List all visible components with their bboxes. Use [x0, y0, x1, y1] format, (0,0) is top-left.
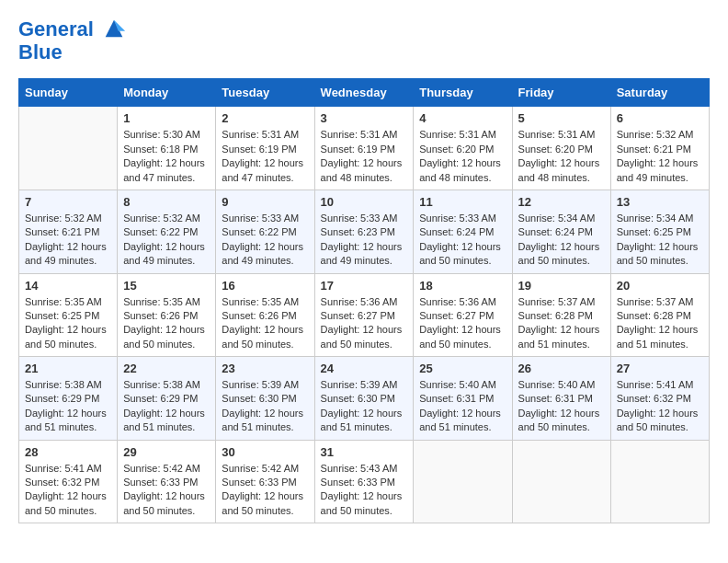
day-number: 28	[25, 445, 111, 459]
day-cell: 29Sunrise: 5:42 AM Sunset: 6:33 PM Dayli…	[118, 440, 216, 523]
day-info: Sunrise: 5:35 AM Sunset: 6:25 PM Dayligh…	[25, 295, 111, 352]
day-cell: 10Sunrise: 5:33 AM Sunset: 6:23 PM Dayli…	[314, 190, 414, 273]
day-cell	[512, 440, 610, 523]
header-cell-saturday: Saturday	[610, 79, 709, 107]
day-info: Sunrise: 5:30 AM Sunset: 6:18 PM Dayligh…	[123, 128, 210, 185]
day-number: 12	[518, 195, 605, 209]
day-number: 23	[222, 362, 308, 375]
day-number: 14	[25, 279, 111, 293]
calendar-body: 1Sunrise: 5:30 AM Sunset: 6:18 PM Daylig…	[19, 107, 710, 523]
day-number: 21	[25, 362, 111, 375]
day-info: Sunrise: 5:34 AM Sunset: 6:25 PM Dayligh…	[617, 212, 703, 269]
day-cell: 11Sunrise: 5:33 AM Sunset: 6:24 PM Dayli…	[414, 190, 512, 273]
day-cell: 1Sunrise: 5:30 AM Sunset: 6:18 PM Daylig…	[118, 107, 216, 190]
day-number: 7	[25, 195, 111, 209]
day-cell: 19Sunrise: 5:37 AM Sunset: 6:28 PM Dayli…	[512, 273, 610, 357]
day-info: Sunrise: 5:35 AM Sunset: 6:26 PM Dayligh…	[222, 295, 308, 352]
week-row-2: 7Sunrise: 5:32 AM Sunset: 6:21 PM Daylig…	[19, 190, 710, 273]
logo: General Blue	[18, 18, 127, 63]
logo-icon	[101, 16, 127, 41]
header-row: SundayMondayTuesdayWednesdayThursdayFrid…	[19, 79, 710, 107]
week-row-1: 1Sunrise: 5:30 AM Sunset: 6:18 PM Daylig…	[19, 107, 710, 190]
day-cell: 22Sunrise: 5:38 AM Sunset: 6:29 PM Dayli…	[118, 357, 216, 441]
day-info: Sunrise: 5:33 AM Sunset: 6:23 PM Dayligh…	[321, 212, 408, 269]
week-row-3: 14Sunrise: 5:35 AM Sunset: 6:25 PM Dayli…	[19, 273, 710, 357]
day-cell: 15Sunrise: 5:35 AM Sunset: 6:26 PM Dayli…	[118, 273, 216, 357]
day-cell: 2Sunrise: 5:31 AM Sunset: 6:19 PM Daylig…	[216, 107, 314, 190]
day-number: 9	[222, 195, 308, 209]
day-number: 11	[419, 195, 506, 209]
day-info: Sunrise: 5:32 AM Sunset: 6:22 PM Dayligh…	[123, 212, 210, 269]
header-cell-monday: Monday	[118, 79, 216, 107]
day-cell: 20Sunrise: 5:37 AM Sunset: 6:28 PM Dayli…	[610, 273, 709, 357]
day-number: 10	[321, 195, 408, 209]
day-cell: 3Sunrise: 5:31 AM Sunset: 6:19 PM Daylig…	[314, 107, 414, 190]
day-number: 29	[123, 445, 210, 459]
day-number: 13	[617, 195, 703, 209]
day-info: Sunrise: 5:38 AM Sunset: 6:29 PM Dayligh…	[25, 378, 111, 435]
day-number: 8	[123, 195, 210, 209]
day-info: Sunrise: 5:43 AM Sunset: 6:33 PM Dayligh…	[321, 462, 408, 519]
day-cell: 30Sunrise: 5:42 AM Sunset: 6:33 PM Dayli…	[216, 440, 314, 523]
day-info: Sunrise: 5:32 AM Sunset: 6:21 PM Dayligh…	[617, 128, 703, 185]
header-cell-wednesday: Wednesday	[314, 79, 414, 107]
calendar-table: SundayMondayTuesdayWednesdayThursdayFrid…	[18, 78, 710, 523]
logo-blue-text: Blue	[18, 41, 127, 63]
day-cell: 6Sunrise: 5:32 AM Sunset: 6:21 PM Daylig…	[610, 107, 709, 190]
day-number: 1	[123, 111, 210, 125]
day-cell: 18Sunrise: 5:36 AM Sunset: 6:27 PM Dayli…	[414, 273, 512, 357]
day-cell: 12Sunrise: 5:34 AM Sunset: 6:24 PM Dayli…	[512, 190, 610, 273]
day-cell: 21Sunrise: 5:38 AM Sunset: 6:29 PM Dayli…	[19, 357, 118, 441]
day-info: Sunrise: 5:40 AM Sunset: 6:31 PM Dayligh…	[518, 378, 605, 435]
day-cell	[19, 107, 118, 190]
page-header: General Blue	[18, 18, 710, 63]
day-info: Sunrise: 5:36 AM Sunset: 6:27 PM Dayligh…	[419, 295, 506, 352]
day-info: Sunrise: 5:40 AM Sunset: 6:31 PM Dayligh…	[419, 378, 506, 435]
day-info: Sunrise: 5:41 AM Sunset: 6:32 PM Dayligh…	[25, 462, 111, 519]
header-cell-friday: Friday	[512, 79, 610, 107]
day-info: Sunrise: 5:31 AM Sunset: 6:20 PM Dayligh…	[419, 128, 506, 185]
day-info: Sunrise: 5:33 AM Sunset: 6:24 PM Dayligh…	[419, 212, 506, 269]
day-number: 27	[617, 362, 703, 375]
week-row-4: 21Sunrise: 5:38 AM Sunset: 6:29 PM Dayli…	[19, 357, 710, 441]
day-info: Sunrise: 5:39 AM Sunset: 6:30 PM Dayligh…	[222, 378, 308, 435]
day-info: Sunrise: 5:37 AM Sunset: 6:28 PM Dayligh…	[518, 295, 605, 352]
day-number: 25	[419, 362, 506, 375]
day-cell: 14Sunrise: 5:35 AM Sunset: 6:25 PM Dayli…	[19, 273, 118, 357]
day-number: 15	[123, 279, 210, 293]
day-number: 6	[617, 111, 703, 125]
day-cell: 27Sunrise: 5:41 AM Sunset: 6:32 PM Dayli…	[610, 357, 709, 441]
logo-text: General	[18, 18, 127, 41]
day-cell: 9Sunrise: 5:33 AM Sunset: 6:22 PM Daylig…	[216, 190, 314, 273]
day-number: 19	[518, 279, 605, 293]
day-info: Sunrise: 5:31 AM Sunset: 6:20 PM Dayligh…	[518, 128, 605, 185]
day-number: 24	[321, 362, 408, 375]
day-cell: 25Sunrise: 5:40 AM Sunset: 6:31 PM Dayli…	[414, 357, 512, 441]
day-cell	[610, 440, 709, 523]
day-cell: 7Sunrise: 5:32 AM Sunset: 6:21 PM Daylig…	[19, 190, 118, 273]
day-info: Sunrise: 5:31 AM Sunset: 6:19 PM Dayligh…	[321, 128, 408, 185]
day-cell	[414, 440, 512, 523]
day-cell: 8Sunrise: 5:32 AM Sunset: 6:22 PM Daylig…	[118, 190, 216, 273]
calendar-header: SundayMondayTuesdayWednesdayThursdayFrid…	[19, 79, 710, 107]
day-cell: 16Sunrise: 5:35 AM Sunset: 6:26 PM Dayli…	[216, 273, 314, 357]
day-number: 17	[321, 279, 408, 293]
header-cell-thursday: Thursday	[414, 79, 512, 107]
day-cell: 24Sunrise: 5:39 AM Sunset: 6:30 PM Dayli…	[314, 357, 414, 441]
day-number: 31	[321, 445, 408, 459]
day-cell: 31Sunrise: 5:43 AM Sunset: 6:33 PM Dayli…	[314, 440, 414, 523]
day-number: 4	[419, 111, 506, 125]
day-cell: 5Sunrise: 5:31 AM Sunset: 6:20 PM Daylig…	[512, 107, 610, 190]
day-info: Sunrise: 5:38 AM Sunset: 6:29 PM Dayligh…	[123, 378, 210, 435]
day-number: 16	[222, 279, 308, 293]
day-cell: 13Sunrise: 5:34 AM Sunset: 6:25 PM Dayli…	[610, 190, 709, 273]
day-number: 3	[321, 111, 408, 125]
day-cell: 17Sunrise: 5:36 AM Sunset: 6:27 PM Dayli…	[314, 273, 414, 357]
day-info: Sunrise: 5:33 AM Sunset: 6:22 PM Dayligh…	[222, 212, 308, 269]
week-row-5: 28Sunrise: 5:41 AM Sunset: 6:32 PM Dayli…	[19, 440, 710, 523]
day-cell: 4Sunrise: 5:31 AM Sunset: 6:20 PM Daylig…	[414, 107, 512, 190]
day-number: 20	[617, 279, 703, 293]
header-cell-sunday: Sunday	[19, 79, 118, 107]
header-cell-tuesday: Tuesday	[216, 79, 314, 107]
day-info: Sunrise: 5:31 AM Sunset: 6:19 PM Dayligh…	[222, 128, 308, 185]
